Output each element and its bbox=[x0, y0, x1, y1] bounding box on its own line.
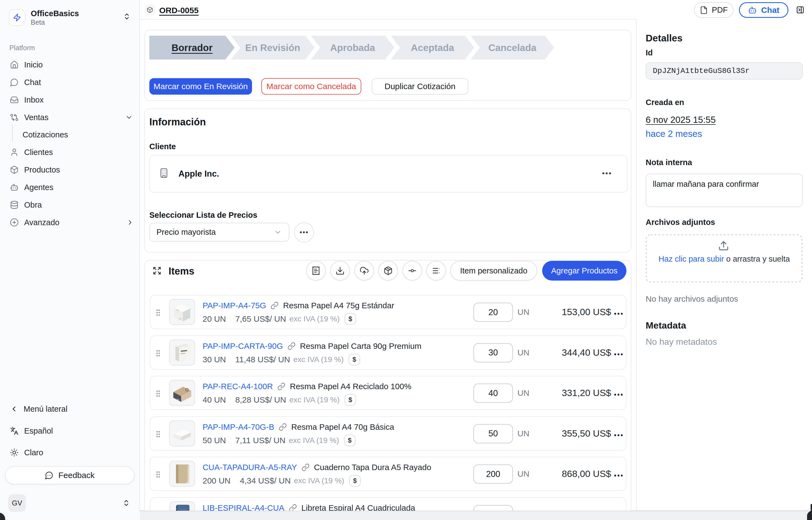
svg-text:75: 75 bbox=[179, 318, 181, 320]
svg-text:A4: A4 bbox=[176, 309, 179, 312]
